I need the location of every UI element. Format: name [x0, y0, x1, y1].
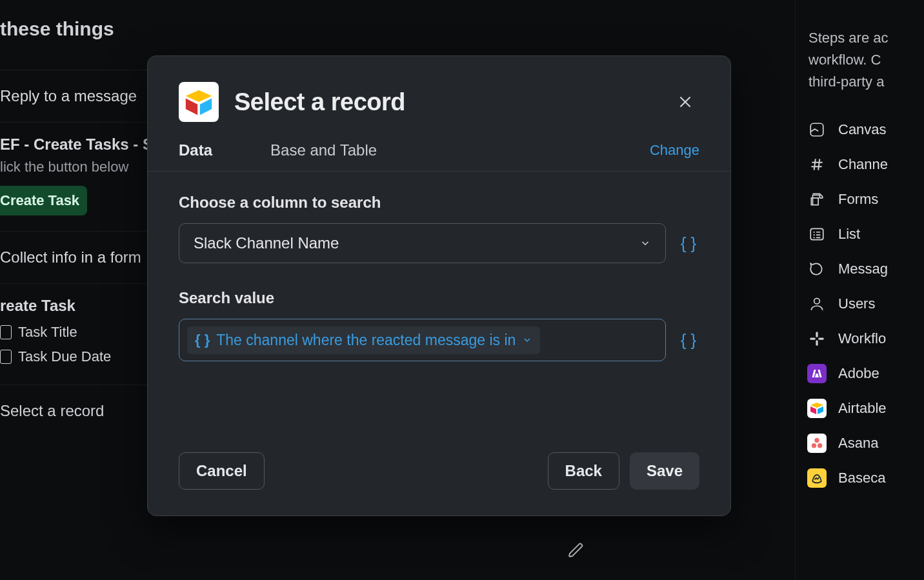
asana-icon: [807, 434, 827, 453]
svg-marker-9: [818, 406, 823, 414]
svg-marker-7: [810, 403, 823, 408]
bg-row-select-record[interactable]: Select a record: [0, 385, 155, 437]
save-button[interactable]: Save: [630, 452, 699, 490]
airtable-logo: [179, 82, 219, 122]
dialog-footer: Cancel Back Save: [148, 443, 730, 515]
braces-icon: { }: [195, 332, 210, 348]
column-select[interactable]: Slack Channel Name: [179, 223, 666, 263]
svg-marker-8: [810, 406, 816, 414]
doc-icon: [0, 325, 12, 339]
insert-variable-button[interactable]: { }: [678, 329, 699, 351]
sidebar-intro: Steps are ac workflow. C third-party a: [808, 27, 924, 93]
workflow-background: these things Reply to a message EF - Cre…: [0, 0, 155, 580]
svg-rect-5: [810, 338, 816, 340]
slack-icon: [807, 329, 827, 348]
search-value-input[interactable]: { } The channel where the reacted messag…: [179, 319, 666, 361]
forms-icon: [807, 190, 827, 209]
close-icon: [677, 94, 694, 110]
dialog-tabs: Data Base and Table Change: [148, 137, 730, 172]
dialog-title: Select a record: [234, 88, 405, 116]
doc-icon: [0, 350, 12, 364]
search-value-label: Search value: [179, 289, 699, 307]
svg-marker-15: [200, 99, 212, 115]
insert-variable-button[interactable]: { }: [678, 232, 699, 254]
svg-marker-13: [186, 90, 212, 102]
pencil-icon[interactable]: [568, 542, 585, 559]
svg-point-2: [814, 299, 820, 305]
svg-point-11: [812, 443, 816, 448]
bg-row-create-task: reate Task Task Title Task Due Date: [0, 283, 155, 385]
dialog-header: Select a record: [148, 56, 730, 137]
braces-icon: { }: [681, 234, 697, 254]
svg-marker-14: [186, 99, 197, 115]
sidebar-item-forms[interactable]: Forms: [807, 182, 924, 217]
sidebar-item-canvas[interactable]: Canvas: [807, 112, 924, 147]
sidebar-item-channel[interactable]: Channe: [807, 147, 924, 182]
sidebar-item-basecamp[interactable]: Baseca: [807, 461, 924, 495]
canvas-icon: [807, 120, 827, 139]
user-icon: [807, 294, 827, 314]
svg-point-10: [814, 438, 819, 443]
chevron-down-icon: [522, 335, 532, 345]
steps-sidebar: Steps are ac workflow. C third-party a C…: [795, 0, 924, 580]
svg-rect-6: [818, 338, 824, 340]
sidebar-item-asana[interactable]: Asana: [807, 426, 924, 461]
svg-rect-4: [816, 340, 818, 346]
chevron-down-icon: [639, 237, 651, 249]
svg-rect-3: [816, 332, 818, 337]
sidebar-item-list[interactable]: List: [807, 217, 924, 252]
braces-icon: { }: [681, 330, 697, 350]
variable-chip[interactable]: { } The channel where the reacted messag…: [187, 326, 540, 354]
svg-point-12: [818, 443, 822, 448]
sidebar-item-adobe[interactable]: Adobe: [807, 356, 924, 391]
bg-heading: these things: [0, 18, 155, 40]
bg-row-reply[interactable]: Reply to a message: [0, 70, 155, 122]
hash-icon: [807, 155, 827, 174]
create-task-button[interactable]: Create Task: [0, 186, 87, 215]
bg-row-ef: EF - Create Tasks - S lick the button be…: [0, 122, 155, 231]
column-label: Choose a column to search: [179, 194, 699, 212]
list-icon: [807, 225, 827, 244]
tab-data[interactable]: Data: [179, 141, 212, 159]
message-icon: [807, 259, 827, 279]
change-link[interactable]: Change: [650, 142, 699, 159]
basecamp-icon: [807, 468, 827, 488]
bg-row-form[interactable]: Collect info in a form: [0, 231, 155, 283]
sidebar-item-airtable[interactable]: Airtable: [807, 391, 924, 426]
sidebar-item-message[interactable]: Messag: [807, 252, 924, 286]
cancel-button[interactable]: Cancel: [179, 452, 265, 490]
airtable-icon: [807, 399, 827, 418]
select-record-dialog: Select a record Data Base and Table Chan…: [147, 55, 731, 516]
sidebar-item-workflow[interactable]: Workflo: [807, 321, 924, 356]
sidebar-item-users[interactable]: Users: [807, 286, 924, 321]
close-button[interactable]: [671, 88, 699, 116]
tab-base-table[interactable]: Base and Table: [270, 141, 377, 159]
adobe-icon: [807, 364, 827, 383]
back-button[interactable]: Back: [548, 452, 619, 490]
dialog-body: Choose a column to search Slack Channel …: [148, 172, 730, 443]
